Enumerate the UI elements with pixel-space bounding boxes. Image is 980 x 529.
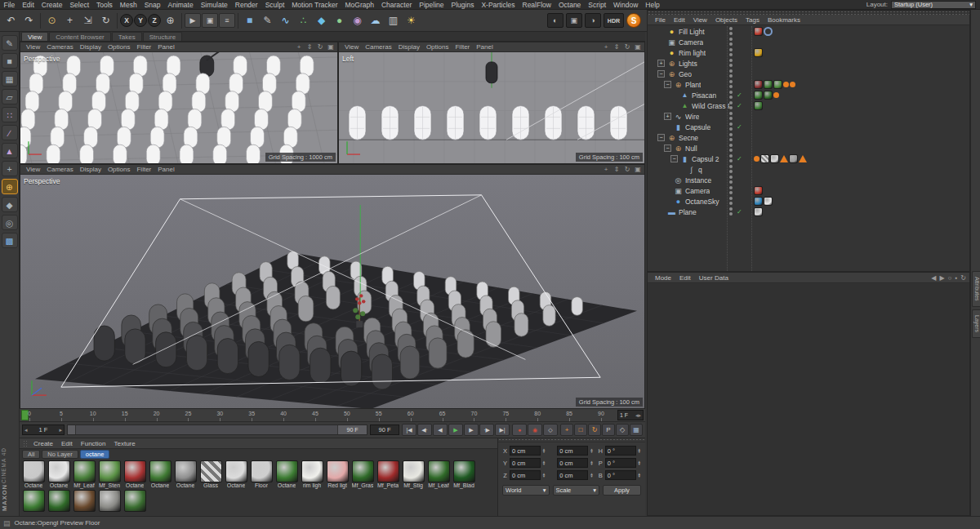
octane-live-viewer-icon[interactable]: ▣	[566, 13, 582, 28]
object-name[interactable]: Camera	[685, 187, 710, 195]
viewport-zoom-icon[interactable]: ⇕	[612, 43, 621, 51]
material-item[interactable]: Mf_Leaf	[72, 460, 96, 489]
range-start-handle[interactable]	[68, 425, 76, 434]
object-row-instance[interactable]: Instance	[648, 175, 969, 185]
z-axis-button[interactable]: Z	[148, 14, 161, 27]
viewport-rotate-icon[interactable]: ↻	[623, 43, 631, 51]
frame-decrement-icon[interactable]: ◂	[24, 427, 28, 433]
frame-increment-icon[interactable]: ▸	[59, 427, 62, 433]
viewport-menu-panel[interactable]: Panel	[473, 43, 496, 51]
material-item[interactable]	[122, 490, 147, 518]
visibility-dots[interactable]	[729, 165, 733, 174]
object-row-octanesky[interactable]: OctaneSky	[648, 196, 969, 207]
menu-animate[interactable]: Animate	[164, 1, 197, 9]
playback-mode-icon[interactable]: ▦	[630, 424, 643, 436]
visibility-dots[interactable]	[729, 91, 733, 100]
material-item[interactable]: Octane	[274, 460, 299, 489]
object-row-capsule[interactable]: Capsule✓	[648, 122, 969, 132]
spinner-icon[interactable]: ▲▼	[542, 448, 546, 454]
viewport-menu-display[interactable]: Display	[77, 166, 105, 173]
object-row-geo[interactable]: −Geo	[648, 69, 969, 79]
viewport-rotate-icon[interactable]: ↻	[623, 166, 631, 173]
enable-check[interactable]: ✓	[737, 155, 744, 162]
visibility-dots[interactable]	[729, 59, 733, 68]
viewport-menu-cameras[interactable]: Cameras	[43, 166, 76, 173]
om-menu-objects[interactable]: Objects	[711, 16, 742, 24]
om-menu-tags[interactable]: Tags	[742, 16, 764, 24]
viewport-menu-options[interactable]: Options	[423, 43, 452, 51]
panel-grip-icon[interactable]	[23, 440, 28, 447]
texture-tag[interactable]	[754, 186, 763, 195]
menu-mesh[interactable]: Mesh	[116, 1, 140, 9]
material-item[interactable]: Red ligt	[325, 460, 350, 489]
display-tag[interactable]	[783, 82, 789, 87]
spinner-icon[interactable]: ◂▸	[635, 412, 641, 419]
object-name[interactable]: Geo	[679, 70, 692, 78]
object-name[interactable]: Instance	[685, 176, 711, 184]
viewport-menu-options[interactable]: Options	[105, 43, 134, 51]
attr-menu-user-data[interactable]: User Data	[695, 274, 733, 282]
texture-tag[interactable]	[754, 91, 763, 100]
expand-toggle-icon[interactable]: −	[664, 144, 671, 152]
nav-forward-icon[interactable]: ▶	[939, 274, 944, 282]
uvw-tag[interactable]	[760, 154, 769, 163]
viewport-menu-cameras[interactable]: Cameras	[43, 43, 76, 51]
texture-tag[interactable]	[754, 80, 763, 89]
next-key-button[interactable]: ·▶	[479, 424, 494, 436]
menu-edit[interactable]: Edit	[19, 1, 38, 9]
octane-settings-icon[interactable]: ◐	[547, 13, 564, 28]
mograph-icon[interactable]: ∴	[295, 12, 312, 29]
range-end-handle[interactable]: 90 F	[337, 425, 367, 434]
menu-sculpt[interactable]: Sculpt	[261, 1, 288, 9]
add-cube-icon[interactable]: ■	[241, 12, 258, 29]
key-scale-toggle[interactable]: □	[574, 424, 587, 436]
object-name[interactable]: Wire	[685, 113, 699, 121]
viewport-left-canvas[interactable]	[339, 52, 644, 163]
object-name[interactable]: Fill Light	[679, 28, 705, 36]
visibility-dots[interactable]	[729, 207, 733, 216]
viewport-menu-panel[interactable]: Panel	[154, 43, 177, 51]
menu-mograph[interactable]: MoGraph	[341, 1, 377, 9]
expand-toggle-icon[interactable]: −	[670, 155, 678, 162]
key-pla-toggle[interactable]: ◇	[616, 424, 629, 436]
tab-structure[interactable]: Structure	[143, 32, 182, 41]
visibility-dots[interactable]	[729, 80, 733, 89]
play-forward-button[interactable]: ▶	[448, 424, 463, 436]
viewport-menu-view[interactable]: View	[23, 166, 43, 173]
coord-input-position-2[interactable]: 0 cm	[510, 470, 541, 480]
spline-pen-icon[interactable]: ✎	[259, 12, 276, 29]
visibility-dots[interactable]	[729, 186, 733, 195]
om-menu-bookmarks[interactable]: Bookmarks	[764, 16, 804, 24]
material-menu-edit[interactable]: Edit	[57, 440, 77, 447]
menu-script[interactable]: Script	[585, 1, 610, 9]
scale-icon[interactable]: ⇲	[79, 12, 96, 29]
viewport-move-icon[interactable]: +	[295, 43, 303, 51]
viewport-menu-options[interactable]: Options	[105, 166, 134, 173]
expand-toggle-icon[interactable]: −	[657, 70, 665, 78]
coord-input-size-2[interactable]: 0 cm	[557, 470, 588, 480]
menu-help[interactable]: Help	[642, 1, 663, 9]
viewport-menu-display[interactable]: Display	[395, 43, 423, 51]
spinner-icon[interactable]: ▲▼	[638, 473, 641, 478]
visibility-dots[interactable]	[729, 101, 733, 110]
object-row-pisacan[interactable]: Pisacan✓	[648, 90, 969, 100]
material-item[interactable]: Floor	[249, 460, 274, 489]
material-item[interactable]: Mf_Sten	[97, 460, 122, 489]
visibility-dots[interactable]	[729, 48, 733, 57]
visibility-dots[interactable]	[729, 38, 733, 47]
viewport-menu-view[interactable]: View	[23, 43, 43, 51]
expand-toggle-icon[interactable]: −	[664, 81, 671, 88]
visibility-dots[interactable]	[729, 144, 733, 153]
snap-icon[interactable]: ◆	[2, 197, 18, 212]
viewport-main[interactable]: ViewCamerasDisplayOptionsFilterPanel+⇕↻▣…	[20, 164, 645, 409]
spinner-icon[interactable]: ▲▼	[542, 460, 546, 466]
display-tag[interactable]	[790, 82, 795, 87]
object-name[interactable]: Camera	[679, 38, 703, 47]
prev-key-button[interactable]: ◀·	[417, 424, 432, 436]
coord-input-size-0[interactable]: 0 cm	[557, 446, 588, 456]
tweak-mode-icon[interactable]: +	[2, 161, 18, 176]
viewport-menu-panel[interactable]: Panel	[154, 166, 177, 173]
material-item[interactable]	[21, 490, 46, 518]
attr-menu-edit[interactable]: Edit	[675, 274, 695, 282]
tab-takes[interactable]: Takes	[112, 32, 142, 41]
